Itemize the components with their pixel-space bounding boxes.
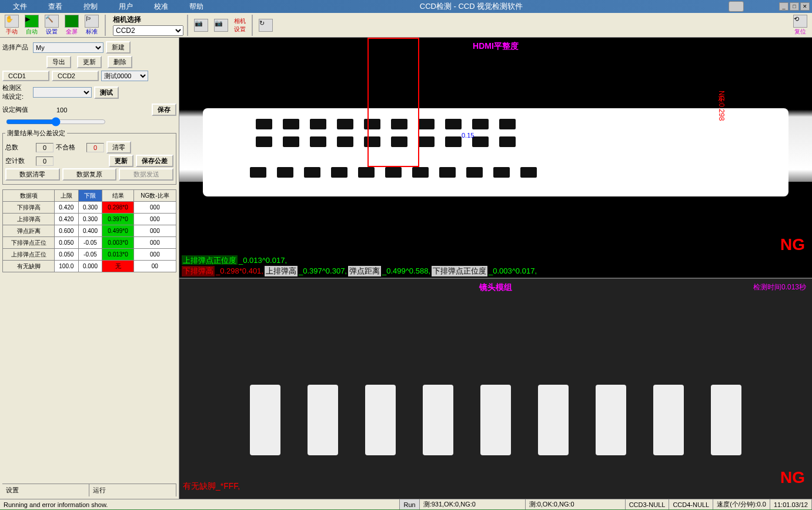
menu-user[interactable]: 用户: [108, 1, 143, 13]
table-row[interactable]: 上排弹高0.4200.3000.397*0000: [3, 214, 176, 225]
menu-help[interactable]: 帮助: [179, 1, 214, 13]
tb-refresh[interactable]: ↻: [256, 19, 275, 32]
ng-count: 0: [86, 143, 104, 152]
table-row[interactable]: 上排弹点正位0.050-0.050.013*0000: [3, 249, 176, 261]
camera-select[interactable]: CCD2: [113, 25, 183, 36]
product-select[interactable]: My: [33, 42, 103, 53]
table-row[interactable]: 有无缺脚100.00.000无00: [3, 261, 176, 272]
status-count1: 测:931,OK:0,NG:0: [420, 499, 526, 509]
menu-calib[interactable]: 校准: [143, 1, 179, 13]
menubar: 文件 查看 控制 用户 校准 帮助: [2, 1, 214, 13]
vert-ng-label: 不NG:0.298: [716, 91, 726, 121]
status-ccd4: CCD4-NULL: [669, 499, 713, 509]
col-item: 数据项: [3, 190, 55, 202]
hammer-icon: 🔨: [45, 15, 59, 28]
status-clock: 11:01.03/12: [770, 499, 812, 509]
thresh-label: 设定阀值: [2, 105, 31, 114]
status-ccd3: CCD3-NULL: [626, 499, 670, 509]
camera-icon: 📷: [194, 19, 208, 32]
menu-control[interactable]: 控制: [73, 1, 108, 13]
ccd1-tab[interactable]: CCD1: [2, 71, 49, 81]
new-button[interactable]: 新建: [106, 41, 131, 54]
view1-title: HDMI平整度: [473, 41, 519, 52]
thresh-value: 100: [56, 106, 67, 114]
delete-button[interactable]: 删除: [108, 56, 132, 68]
tb-standard[interactable]: 🏳标准: [82, 15, 101, 36]
roi-box[interactable]: [367, 38, 419, 167]
datasend-button[interactable]: 数据发送: [119, 168, 173, 181]
test-select[interactable]: 测试0000: [101, 71, 148, 81]
camera-view-1[interactable]: HDMI平整度 0.15 不NG:0.298 NG 上排弹点正位度_0.013^…: [179, 38, 812, 278]
menu-view[interactable]: 查看: [38, 1, 73, 13]
refresh-button[interactable]: 更新: [109, 155, 133, 167]
status-run[interactable]: Run: [400, 499, 419, 509]
ccd2-tab[interactable]: CCD2: [52, 71, 99, 81]
total-label: 总数: [5, 143, 34, 152]
status-count2: 测:0,OK:0,NG:0: [526, 499, 626, 509]
test-button[interactable]: 测试: [94, 86, 119, 99]
screen-icon: [65, 15, 79, 28]
max-button[interactable]: □: [790, 2, 799, 11]
refresh-icon: ↻: [259, 19, 273, 32]
tb-auto[interactable]: ▶自动: [22, 15, 41, 36]
save-button[interactable]: 保存: [152, 104, 176, 116]
flag-icon: 🏳: [85, 15, 99, 28]
run-tab[interactable]: 运行: [89, 484, 176, 496]
reset-icon: ⟲: [793, 15, 807, 28]
tb-cam2[interactable]: 📷: [212, 19, 230, 32]
thresh-slider[interactable]: [6, 117, 106, 126]
camera-gear-icon: 📷: [214, 19, 228, 32]
titlebar: 文件 查看 控制 用户 校准 帮助 CCD检测 - CCD 视觉检测软件 _ □…: [0, 0, 812, 13]
tb-settings[interactable]: 🔨设置: [42, 15, 61, 36]
savetol-button[interactable]: 保存公差: [136, 155, 173, 167]
table-row[interactable]: 弹点距离0.6000.4000.499*0000: [3, 225, 176, 237]
result-table: 数据项 上限 下限 结果 NG数-比率 下排弹高0.4200.3000.298*…: [2, 189, 176, 272]
roi-select[interactable]: [33, 87, 92, 98]
toolbar: ✋手动 ▶自动 🔨设置 全屏 🏳标准 相机选择 CCD2 📷 📷 相机 设置 ↻…: [0, 13, 812, 38]
table-row[interactable]: 下排弹高0.4200.3000.298*0000: [3, 202, 176, 214]
camera-select-label: 相机选择: [113, 15, 183, 25]
overlay-row2: 下排弹高_0.298*0.401,上排弹高_0.397^0.307,弹点距离_0…: [179, 265, 812, 278]
view2-bottom-text: 有无缺脚_*FFF,: [183, 481, 240, 492]
table-row[interactable]: 下排弹点正位0.050-0.050.003*0000: [3, 237, 176, 249]
view1-ng: NG: [780, 235, 805, 254]
app-title: CCD检测 - CCD 视觉检测软件: [214, 1, 729, 12]
play-icon: ▶: [25, 15, 39, 28]
view2-title: 镜头模组: [479, 282, 512, 293]
col-lower: 下限: [78, 190, 102, 202]
col-upper: 上限: [55, 190, 79, 202]
tb-manual[interactable]: ✋手动: [2, 15, 21, 36]
sidebar: 选择产品 My 新建 导出 更新 删除 CCD1 CCD2 测试0000 检测区…: [0, 38, 179, 499]
hand-icon: ✋: [5, 15, 19, 28]
export-button[interactable]: 导出: [46, 56, 71, 68]
min-button[interactable]: _: [779, 2, 788, 11]
measure-fieldset: 测量结果与公差设定 总数 0 不合格 0 清零 空计数 0 更新 保存公差 数据…: [2, 129, 176, 185]
hole-count: 0: [36, 156, 54, 166]
ng-label: 不合格: [56, 143, 84, 152]
roi-label: 检测区 域设定:: [2, 84, 31, 101]
clear-button[interactable]: 清零: [106, 141, 131, 154]
view-area: HDMI平整度 0.15 不NG:0.298 NG 上排弹点正位度_0.013^…: [179, 38, 812, 499]
tb-camset[interactable]: 相机 设置: [232, 17, 248, 34]
camera-view-2[interactable]: 镜头模组 检测时间0.013秒 有无缺脚_*FFF, NG: [179, 278, 812, 499]
tb-fullscreen[interactable]: 全屏: [62, 15, 81, 36]
col-ngrate: NG数-比率: [133, 190, 176, 202]
tb-cam1[interactable]: 📷: [192, 19, 210, 32]
meas-value: 0.15: [462, 132, 474, 139]
datarestore-button[interactable]: 数据复原: [62, 168, 117, 181]
measure-legend: 测量结果与公差设定: [5, 129, 67, 138]
hole-label: 空计数: [5, 156, 34, 165]
product-label: 选择产品: [2, 43, 31, 52]
view2-time: 检测时间0.013秒: [753, 282, 806, 292]
col-result: 结果: [102, 190, 133, 202]
settings-tab[interactable]: 设置: [2, 484, 89, 496]
camera-snapshot-icon[interactable]: [729, 1, 744, 12]
update-button[interactable]: 更新: [77, 56, 102, 68]
statusbar: Running and error information show. Run …: [0, 499, 812, 509]
status-speed: 速度(个/分钟):0.0: [713, 499, 770, 509]
close-button[interactable]: ✕: [800, 2, 810, 11]
menu-file[interactable]: 文件: [2, 1, 38, 13]
dataclear-button[interactable]: 数据清零: [5, 168, 60, 181]
view2-ng: NG: [780, 468, 805, 487]
tb-reset[interactable]: ⟲复位: [791, 15, 810, 36]
